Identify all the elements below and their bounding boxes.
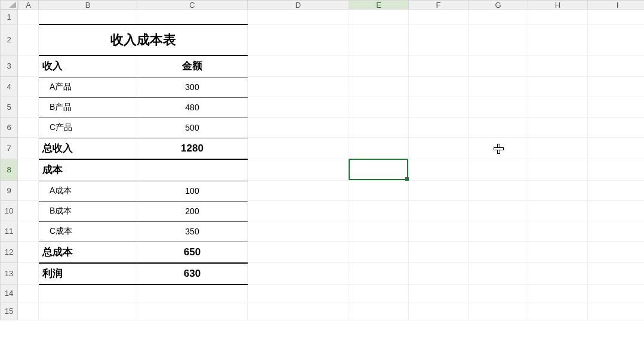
cell-E11[interactable] [349,221,409,242]
cell-D6[interactable] [248,118,349,138]
cell-G4[interactable] [469,77,528,97]
cell-H6[interactable] [528,118,588,138]
cell-G14[interactable] [469,285,528,302]
item-value[interactable]: 200 [137,201,248,221]
cell-I12[interactable] [588,242,644,263]
cell-D4[interactable] [248,77,349,97]
select-all-corner[interactable] [0,0,18,10]
cell-D10[interactable] [248,201,349,221]
cell-G3[interactable] [469,55,528,77]
cell-F9[interactable] [409,181,469,201]
cell-A12[interactable] [18,242,39,263]
row-header-1[interactable]: 1 [0,10,18,24]
cell-G8[interactable] [469,159,528,181]
cell-F3[interactable] [409,55,469,77]
cell-H7[interactable] [528,138,588,159]
cell-I4[interactable] [588,77,644,97]
cell-G13[interactable] [469,263,528,285]
section-income-label[interactable]: 收入 [39,55,137,77]
column-header-A[interactable]: A [18,0,39,10]
cell-F7[interactable] [409,138,469,159]
report-title-cell[interactable]: 收入成本表 [39,24,248,55]
cell-E5[interactable] [349,97,409,118]
row-header-11[interactable]: 11 [0,221,18,242]
item-name[interactable]: C产品 [39,118,137,138]
row-header-2[interactable]: 2 [0,24,18,55]
profit-label[interactable]: 利润 [39,263,137,285]
cell-A11[interactable] [18,221,39,242]
cell-E12[interactable] [349,242,409,263]
cell-G6[interactable] [469,118,528,138]
cell-H14[interactable] [528,285,588,302]
cell-D11[interactable] [248,221,349,242]
cell-E15[interactable] [349,302,409,320]
cell-A1[interactable] [18,10,39,24]
cell-C15[interactable] [137,302,248,320]
cell-I2[interactable] [588,24,644,55]
cell-F4[interactable] [409,77,469,97]
cell-I8[interactable] [588,159,644,181]
cell-F1[interactable] [409,10,469,24]
item-name[interactable]: C成本 [39,221,137,242]
row-header-9[interactable]: 9 [0,181,18,201]
column-header-E[interactable]: E [349,0,409,10]
cell-E9[interactable] [349,181,409,201]
cell-A8[interactable] [18,159,39,181]
cell-D12[interactable] [248,242,349,263]
row-header-4[interactable]: 4 [0,77,18,97]
total-cost-label[interactable]: 总成本 [39,242,137,263]
amount-header[interactable]: 金额 [137,55,248,77]
cell-C8[interactable] [137,159,248,181]
cell-I7[interactable] [588,138,644,159]
row-header-3[interactable]: 3 [0,55,18,77]
cell-D14[interactable] [248,285,349,302]
cell-E4[interactable] [349,77,409,97]
cell-I14[interactable] [588,285,644,302]
cell-D5[interactable] [248,97,349,118]
item-name[interactable]: B产品 [39,97,137,118]
cell-C14[interactable] [137,285,248,302]
cell-G12[interactable] [469,242,528,263]
cell-I13[interactable] [588,263,644,285]
total-income-label[interactable]: 总收入 [39,138,137,159]
cell-E13[interactable] [349,263,409,285]
row-header-5[interactable]: 5 [0,97,18,118]
cell-A3[interactable] [18,55,39,77]
cell-D7[interactable] [248,138,349,159]
cell-H2[interactable] [528,24,588,55]
cell-G9[interactable] [469,181,528,201]
section-cost-label[interactable]: 成本 [39,159,137,181]
column-header-G[interactable]: G [469,0,528,10]
column-header-D[interactable]: D [248,0,349,10]
cell-E6[interactable] [349,118,409,138]
cell-F13[interactable] [409,263,469,285]
cell-H5[interactable] [528,97,588,118]
cell-H11[interactable] [528,221,588,242]
total-cost-value[interactable]: 650 [137,242,248,263]
row-header-7[interactable]: 7 [0,138,18,159]
cell-H12[interactable] [528,242,588,263]
cell-E1[interactable] [349,10,409,24]
cell-G2[interactable] [469,24,528,55]
cell-G11[interactable] [469,221,528,242]
item-value[interactable]: 100 [137,181,248,201]
cell-A13[interactable] [18,263,39,285]
cell-G7[interactable] [469,138,528,159]
column-header-F[interactable]: F [409,0,469,10]
cell-H3[interactable] [528,55,588,77]
item-value[interactable]: 480 [137,97,248,118]
cell-F12[interactable] [409,242,469,263]
cell-H9[interactable] [528,181,588,201]
profit-value[interactable]: 630 [137,263,248,285]
item-value[interactable]: 300 [137,77,248,97]
cell-A4[interactable] [18,77,39,97]
cell-C1[interactable] [137,10,248,24]
cell-E10[interactable] [349,201,409,221]
cell-I3[interactable] [588,55,644,77]
item-value[interactable]: 350 [137,221,248,242]
item-name[interactable]: A产品 [39,77,137,97]
cell-B14[interactable] [39,285,137,302]
cell-F2[interactable] [409,24,469,55]
cell-I1[interactable] [588,10,644,24]
cell-I6[interactable] [588,118,644,138]
